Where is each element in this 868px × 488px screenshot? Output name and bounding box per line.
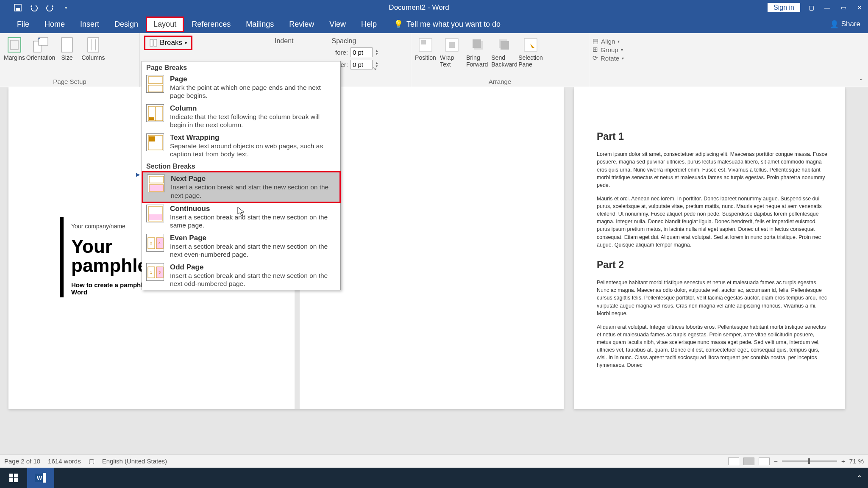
windows-taskbar: W ⌃ — [0, 468, 868, 488]
svg-rect-42 — [9, 478, 13, 482]
odd-page-break-icon: 13 — [146, 263, 164, 281]
save-icon[interactable] — [14, 3, 22, 12]
position-button[interactable]: Position — [414, 35, 437, 61]
break-column[interactable]: ColumnIndicate that the text following t… — [142, 102, 340, 131]
tell-me-label: Tell me what you want to do — [406, 20, 501, 29]
document-canvas[interactable]: Your company/name Your pamphle How to cr… — [0, 87, 868, 468]
position-icon — [417, 36, 434, 53]
status-bar: Page 2 of 10 1614 words ▢ English (Unite… — [0, 454, 868, 468]
tab-references[interactable]: References — [184, 17, 238, 32]
wrap-text-button[interactable]: Wrap Text — [440, 35, 464, 68]
tab-file[interactable]: File — [9, 17, 37, 32]
breaks-label: Breaks — [160, 39, 182, 47]
svg-rect-6 — [61, 38, 72, 52]
maximize-button[interactable]: ▭ — [838, 4, 849, 11]
rotate-button[interactable]: ⟳Rotate▾ — [593, 54, 624, 62]
body-text: Aliquam erat volutpat. Integer ultrices … — [597, 323, 829, 369]
web-layout-button[interactable] — [759, 458, 770, 465]
spinner-icon[interactable]: ▲▼ — [375, 49, 378, 56]
zoom-out-button[interactable]: − — [774, 458, 778, 465]
signin-button[interactable]: Sign in — [768, 3, 800, 12]
svg-rect-29 — [149, 185, 164, 191]
group-icon: ⊞ — [593, 46, 598, 53]
qat-customize-icon[interactable]: ▾ — [62, 3, 70, 12]
indent-header: Indent — [275, 37, 293, 45]
svg-rect-22 — [148, 85, 163, 92]
selection-pane-button[interactable]: Selection Pane — [519, 35, 542, 68]
tab-home[interactable]: Home — [37, 17, 72, 32]
columns-icon — [85, 36, 102, 53]
ribbon-tabs: File Home Insert Design Layout Reference… — [0, 15, 868, 33]
proofing-icon[interactable]: ▢ — [89, 458, 95, 465]
break-text-wrapping[interactable]: Text WrappingSeparate text around object… — [142, 131, 340, 161]
margins-icon — [6, 36, 23, 53]
svg-rect-31 — [149, 214, 162, 220]
ribbon-display-icon[interactable]: ▢ — [806, 4, 816, 11]
redo-icon[interactable] — [46, 3, 54, 12]
tell-me-search[interactable]: 💡 Tell me what you want to do — [386, 16, 508, 32]
group-page-setup: Page Setup — [3, 78, 137, 86]
margins-button[interactable]: Margins — [3, 35, 26, 61]
share-label: Share — [841, 20, 860, 28]
page-indicator[interactable]: Page 2 of 10 — [4, 458, 40, 465]
zoom-in-button[interactable]: + — [841, 458, 845, 465]
svg-rect-43 — [14, 478, 18, 482]
lightbulb-icon: 💡 — [394, 19, 403, 29]
start-button[interactable] — [0, 468, 27, 488]
language-indicator[interactable]: English (United States) — [102, 458, 167, 465]
tray-chevron-icon[interactable]: ⌃ — [857, 474, 868, 482]
tab-insert[interactable]: Insert — [72, 17, 107, 32]
word-taskbar-button[interactable]: W — [27, 468, 54, 488]
breaks-icon — [150, 39, 157, 47]
size-button[interactable]: Size — [55, 35, 79, 61]
read-mode-button[interactable] — [728, 458, 739, 465]
bring-forward-button[interactable]: Bring Forward — [466, 35, 490, 68]
orientation-button[interactable]: Orientation — [29, 35, 53, 61]
svg-rect-2 — [8, 38, 21, 52]
tab-mailings[interactable]: Mailings — [238, 17, 281, 32]
svg-rect-11 — [154, 39, 157, 46]
spacing-header: Spacing — [331, 37, 356, 45]
tab-help[interactable]: Help — [353, 17, 384, 32]
tab-view[interactable]: View — [322, 17, 353, 32]
zoom-level[interactable]: 71 % — [849, 458, 864, 465]
page-break-icon — [146, 75, 164, 93]
size-icon — [58, 36, 75, 53]
align-button[interactable]: ▤Align▾ — [593, 37, 624, 45]
close-button[interactable]: ✕ — [854, 4, 865, 11]
break-odd-page[interactable]: 13 Odd PageInsert a section break and st… — [142, 261, 340, 290]
columns-button[interactable]: Columns — [81, 35, 105, 61]
spacing-before-input[interactable] — [351, 47, 373, 57]
even-page-break-icon: 24 — [146, 234, 164, 252]
align-icon: ▤ — [593, 37, 598, 45]
spacing-after-input[interactable] — [351, 60, 373, 69]
break-page[interactable]: PageMark the point at which one page end… — [142, 73, 340, 102]
group-button[interactable]: ⊞Group▾ — [593, 46, 624, 53]
breaks-dropdown: ▶ Page Breaks PageMark the point at whic… — [142, 61, 341, 290]
svg-rect-19 — [501, 41, 509, 50]
break-next-page[interactable]: Next PageInsert a section break and star… — [142, 171, 341, 203]
paragraph-dialog-launcher[interactable]: ↘ — [373, 65, 377, 71]
print-layout-button[interactable] — [743, 458, 754, 465]
svg-rect-46 — [43, 473, 46, 483]
word-count[interactable]: 1614 words — [48, 458, 81, 465]
wrap-text-icon — [443, 36, 460, 53]
undo-icon[interactable] — [30, 3, 38, 12]
minimize-button[interactable]: — — [822, 4, 832, 11]
zoom-slider[interactable] — [782, 460, 837, 462]
svg-rect-10 — [150, 39, 153, 46]
svg-rect-28 — [149, 176, 164, 183]
tab-layout[interactable]: Layout — [146, 17, 184, 32]
collapse-ribbon-button[interactable]: ⌃ — [859, 78, 864, 84]
mouse-cursor-icon — [237, 207, 245, 217]
submenu-arrow-icon: ▶ — [136, 172, 140, 177]
send-backward-button[interactable]: Send Backward — [492, 35, 516, 68]
breaks-button[interactable]: Breaks ▾ — [144, 36, 192, 50]
break-even-page[interactable]: 24 Even PageInsert a section break and s… — [142, 232, 340, 261]
svg-rect-1 — [16, 8, 20, 11]
svg-text:1: 1 — [150, 270, 152, 274]
share-button[interactable]: 👤 Share — [830, 20, 860, 29]
tab-design[interactable]: Design — [107, 17, 146, 32]
svg-rect-27 — [149, 136, 155, 141]
tab-review[interactable]: Review — [281, 17, 322, 32]
